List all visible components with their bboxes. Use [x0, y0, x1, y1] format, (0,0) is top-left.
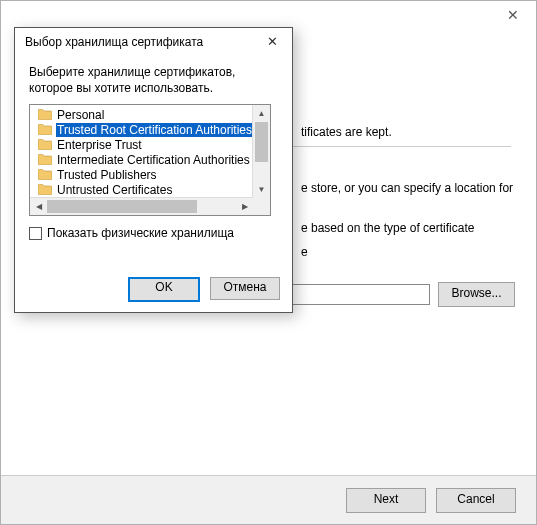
tree-item-label: Trusted Publishers	[56, 168, 158, 182]
tree-item[interactable]: Intermediate Certification Authorities	[30, 152, 253, 167]
scroll-down-icon[interactable]: ▼	[253, 181, 270, 198]
dialog-titlebar: Выбор хранилища сертификата ✕	[15, 28, 292, 56]
tree-item-label: Intermediate Certification Authorities	[56, 153, 251, 167]
show-physical-label: Показать физические хранилища	[47, 226, 234, 240]
cancel-button[interactable]: Отмена	[210, 277, 280, 300]
close-icon[interactable]: ✕	[498, 5, 528, 25]
show-physical-row: Показать физические хранилища	[29, 226, 280, 240]
scroll-corner	[253, 198, 270, 215]
scroll-thumb[interactable]	[47, 200, 197, 213]
close-icon[interactable]: ✕	[258, 32, 286, 52]
scroll-right-icon[interactable]: ▶	[236, 198, 253, 215]
dialog-title: Выбор хранилища сертификата	[25, 35, 203, 49]
vertical-scrollbar[interactable]: ▲ ▼	[252, 105, 270, 198]
folder-icon	[38, 154, 52, 165]
store-tree: PersonalTrusted Root Certification Autho…	[29, 104, 271, 216]
scroll-left-icon[interactable]: ◀	[30, 198, 47, 215]
folder-icon	[38, 139, 52, 150]
tree-item-label: Personal	[56, 108, 105, 122]
tree-item[interactable]: Personal	[30, 107, 253, 122]
select-store-dialog: Выбор хранилища сертификата ✕ Выберите х…	[14, 27, 293, 313]
scroll-thumb[interactable]	[255, 122, 268, 162]
tree-item[interactable]: Trusted Publishers	[30, 167, 253, 182]
text-fragment: e based on the type of certificate	[301, 221, 474, 235]
tree-item[interactable]: Trusted Root Certification Authorities	[30, 122, 253, 137]
tree-item-label: Enterprise Trust	[56, 138, 143, 152]
tree-item-label: Untrusted Certificates	[56, 183, 173, 197]
show-physical-checkbox[interactable]	[29, 227, 42, 240]
horizontal-scrollbar[interactable]: ◀ ▶	[30, 197, 253, 215]
browse-button[interactable]: Browse...	[438, 282, 515, 307]
folder-icon	[38, 124, 52, 135]
folder-icon	[38, 184, 52, 195]
text-fragment: e	[301, 245, 308, 259]
wizard-button-bar: Next Cancel	[1, 475, 536, 524]
tree-item[interactable]: Enterprise Trust	[30, 137, 253, 152]
text-fragment: tificates are kept.	[301, 125, 392, 139]
scroll-up-icon[interactable]: ▲	[253, 105, 270, 122]
tree-item[interactable]: Untrusted Certificates	[30, 182, 253, 197]
store-tree-view[interactable]: PersonalTrusted Root Certification Autho…	[30, 105, 253, 198]
tree-item-label: Trusted Root Certification Authorities	[56, 123, 253, 137]
folder-icon	[38, 169, 52, 180]
folder-icon	[38, 109, 52, 120]
cancel-button[interactable]: Cancel	[436, 488, 516, 513]
text-fragment: e store, or you can specify a location f…	[301, 181, 513, 195]
ok-button[interactable]: OK	[128, 277, 200, 302]
next-button[interactable]: Next	[346, 488, 426, 513]
dialog-instruction: Выберите хранилище сертификатов, которое…	[29, 64, 280, 96]
